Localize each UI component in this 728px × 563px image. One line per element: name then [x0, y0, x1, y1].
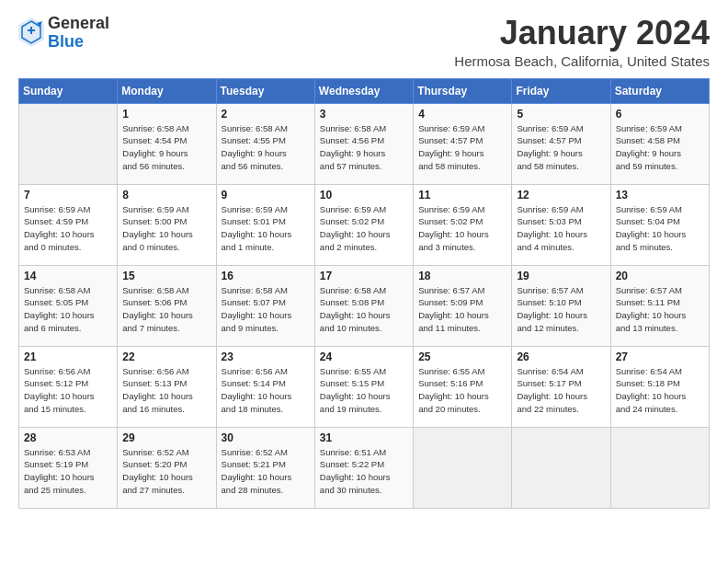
calendar-cell: 22Sunrise: 6:56 AMSunset: 5:13 PMDayligh…: [118, 346, 216, 427]
day-number: 25: [418, 350, 506, 363]
day-number: 29: [122, 431, 210, 444]
logo-general-text: General: [48, 15, 109, 33]
calendar-cell: 25Sunrise: 6:55 AMSunset: 5:16 PMDayligh…: [414, 346, 512, 427]
day-info: Sunrise: 6:57 AMSunset: 5:10 PMDaylight:…: [517, 284, 605, 335]
calendar-cell: 14Sunrise: 6:58 AMSunset: 5:05 PMDayligh…: [19, 265, 118, 346]
day-number: 10: [320, 189, 408, 201]
day-number: 26: [517, 350, 605, 363]
calendar-cell: [19, 103, 118, 184]
day-number: 30: [222, 431, 310, 444]
calendar-week-4: 28Sunrise: 6:53 AMSunset: 5:19 PMDayligh…: [19, 427, 710, 508]
day-info: Sunrise: 6:58 AMSunset: 4:56 PMDaylight:…: [320, 122, 408, 173]
logo-blue-text: Blue: [48, 33, 109, 52]
day-number: 17: [320, 270, 408, 282]
calendar-cell: 27Sunrise: 6:54 AMSunset: 5:18 PMDayligh…: [610, 346, 709, 427]
day-number: 21: [24, 350, 112, 363]
calendar-cell: 10Sunrise: 6:59 AMSunset: 5:02 PMDayligh…: [314, 184, 413, 265]
day-info: Sunrise: 6:56 AMSunset: 5:14 PMDaylight:…: [222, 365, 310, 416]
day-number: 6: [616, 108, 704, 121]
day-number: 5: [517, 108, 605, 121]
day-info: Sunrise: 6:56 AMSunset: 5:12 PMDaylight:…: [24, 365, 112, 416]
day-info: Sunrise: 6:59 AMSunset: 5:04 PMDaylight:…: [616, 203, 704, 254]
day-info: Sunrise: 6:57 AMSunset: 5:09 PMDaylight:…: [418, 284, 506, 335]
day-info: Sunrise: 6:51 AMSunset: 5:22 PMDaylight:…: [320, 446, 408, 497]
day-info: Sunrise: 6:52 AMSunset: 5:20 PMDaylight:…: [122, 446, 210, 497]
calendar-cell: 5Sunrise: 6:59 AMSunset: 4:57 PMDaylight…: [512, 103, 610, 184]
calendar-cell: 16Sunrise: 6:58 AMSunset: 5:07 PMDayligh…: [216, 265, 314, 346]
page: General Blue January 2024 Hermosa Beach,…: [0, 0, 728, 518]
calendar-cell: 28Sunrise: 6:53 AMSunset: 5:19 PMDayligh…: [19, 427, 118, 508]
day-info: Sunrise: 6:56 AMSunset: 5:13 PMDaylight:…: [122, 365, 210, 416]
calendar-cell: 15Sunrise: 6:58 AMSunset: 5:06 PMDayligh…: [118, 265, 216, 346]
day-number: 19: [517, 270, 605, 282]
calendar-cell: 18Sunrise: 6:57 AMSunset: 5:09 PMDayligh…: [414, 265, 512, 346]
day-number: 28: [24, 431, 112, 444]
day-info: Sunrise: 6:58 AMSunset: 5:05 PMDaylight:…: [24, 284, 112, 335]
day-info: Sunrise: 6:52 AMSunset: 5:21 PMDaylight:…: [222, 446, 310, 497]
day-info: Sunrise: 6:59 AMSunset: 5:03 PMDaylight:…: [517, 203, 605, 254]
day-number: 31: [320, 431, 408, 444]
header-friday: Friday: [512, 78, 610, 103]
day-info: Sunrise: 6:58 AMSunset: 5:08 PMDaylight:…: [320, 284, 408, 335]
day-info: Sunrise: 6:58 AMSunset: 4:55 PMDaylight:…: [222, 122, 310, 173]
calendar-cell: 20Sunrise: 6:57 AMSunset: 5:11 PMDayligh…: [610, 265, 709, 346]
calendar-cell: 31Sunrise: 6:51 AMSunset: 5:22 PMDayligh…: [314, 427, 413, 508]
month-title: January 2024: [454, 15, 710, 52]
day-info: Sunrise: 6:53 AMSunset: 5:19 PMDaylight:…: [24, 446, 112, 497]
calendar-cell: [610, 427, 709, 508]
day-number: 18: [418, 270, 506, 282]
day-number: 9: [222, 189, 310, 201]
day-info: Sunrise: 6:59 AMSunset: 5:00 PMDaylight:…: [122, 203, 210, 254]
day-number: 7: [24, 189, 112, 201]
calendar-week-3: 21Sunrise: 6:56 AMSunset: 5:12 PMDayligh…: [19, 346, 710, 427]
day-number: 4: [418, 108, 506, 121]
calendar-cell: 11Sunrise: 6:59 AMSunset: 5:02 PMDayligh…: [414, 184, 512, 265]
calendar-cell: 12Sunrise: 6:59 AMSunset: 5:03 PMDayligh…: [512, 184, 610, 265]
day-number: 16: [222, 270, 310, 282]
day-number: 20: [616, 270, 704, 282]
title-area: January 2024 Hermosa Beach, California, …: [454, 15, 710, 69]
calendar-cell: 29Sunrise: 6:52 AMSunset: 5:20 PMDayligh…: [118, 427, 216, 508]
calendar-cell: 4Sunrise: 6:59 AMSunset: 4:57 PMDaylight…: [414, 103, 512, 184]
day-number: 8: [122, 189, 210, 201]
header-sunday: Sunday: [19, 78, 118, 103]
calendar-cell: 1Sunrise: 6:58 AMSunset: 4:54 PMDaylight…: [118, 103, 216, 184]
day-info: Sunrise: 6:54 AMSunset: 5:18 PMDaylight:…: [616, 365, 704, 416]
day-number: 12: [517, 189, 605, 201]
header-thursday: Thursday: [414, 78, 512, 103]
calendar-cell: 3Sunrise: 6:58 AMSunset: 4:56 PMDaylight…: [314, 103, 413, 184]
day-number: 23: [222, 350, 310, 363]
location: Hermosa Beach, California, United States: [454, 53, 710, 69]
day-number: 13: [616, 189, 704, 201]
day-number: 22: [122, 350, 210, 363]
day-info: Sunrise: 6:59 AMSunset: 4:57 PMDaylight:…: [517, 122, 605, 173]
day-number: 24: [320, 350, 408, 363]
logo: General Blue: [18, 15, 109, 52]
calendar-cell: 7Sunrise: 6:59 AMSunset: 4:59 PMDaylight…: [19, 184, 118, 265]
day-number: 3: [320, 108, 408, 121]
logo-text: General Blue: [48, 15, 109, 52]
day-info: Sunrise: 6:59 AMSunset: 5:02 PMDaylight:…: [320, 203, 408, 254]
day-info: Sunrise: 6:55 AMSunset: 5:16 PMDaylight:…: [418, 365, 506, 416]
day-info: Sunrise: 6:54 AMSunset: 5:17 PMDaylight:…: [517, 365, 605, 416]
day-number: 1: [122, 108, 210, 121]
calendar-header: Sunday Monday Tuesday Wednesday Thursday…: [19, 78, 710, 103]
calendar-cell: [512, 427, 610, 508]
calendar-cell: 30Sunrise: 6:52 AMSunset: 5:21 PMDayligh…: [216, 427, 314, 508]
day-info: Sunrise: 6:59 AMSunset: 4:58 PMDaylight:…: [616, 122, 704, 173]
calendar-week-0: 1Sunrise: 6:58 AMSunset: 4:54 PMDaylight…: [19, 103, 710, 184]
header-wednesday: Wednesday: [314, 78, 413, 103]
header-monday: Monday: [118, 78, 216, 103]
calendar-cell: 19Sunrise: 6:57 AMSunset: 5:10 PMDayligh…: [512, 265, 610, 346]
calendar-table: Sunday Monday Tuesday Wednesday Thursday…: [18, 78, 710, 509]
logo-icon: [18, 17, 44, 49]
day-info: Sunrise: 6:59 AMSunset: 5:01 PMDaylight:…: [222, 203, 310, 254]
day-number: 2: [222, 108, 310, 121]
calendar-cell: 8Sunrise: 6:59 AMSunset: 5:00 PMDaylight…: [118, 184, 216, 265]
calendar-cell: 2Sunrise: 6:58 AMSunset: 4:55 PMDaylight…: [216, 103, 314, 184]
header: General Blue January 2024 Hermosa Beach,…: [18, 15, 710, 69]
calendar-cell: [414, 427, 512, 508]
day-info: Sunrise: 6:58 AMSunset: 5:06 PMDaylight:…: [122, 284, 210, 335]
calendar-cell: 23Sunrise: 6:56 AMSunset: 5:14 PMDayligh…: [216, 346, 314, 427]
calendar-cell: 21Sunrise: 6:56 AMSunset: 5:12 PMDayligh…: [19, 346, 118, 427]
